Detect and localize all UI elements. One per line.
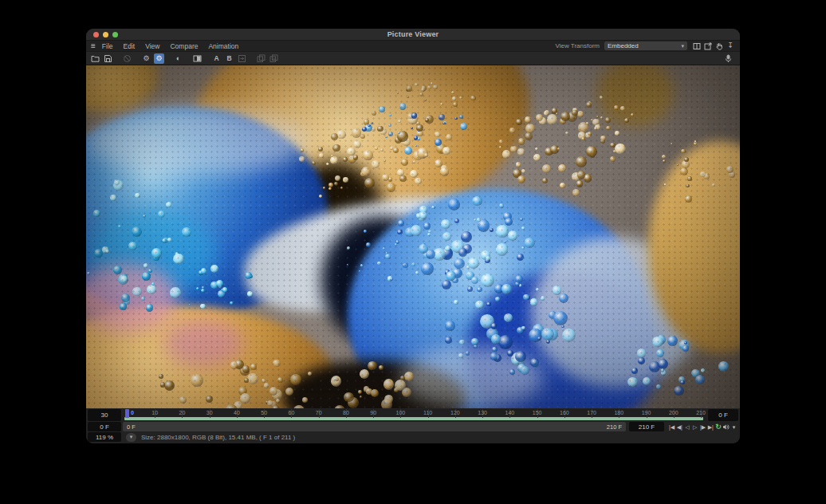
menu-item-edit[interactable]: Edit <box>124 42 136 50</box>
render-bubble <box>415 178 421 184</box>
go-to-end-button[interactable]: ▶| <box>707 424 714 430</box>
render-bubble <box>191 374 203 387</box>
view-transform-select[interactable]: Embedded ▾ <box>604 41 687 50</box>
render-bubble <box>547 114 557 124</box>
render-bubble <box>638 357 645 364</box>
render-bubble <box>442 280 451 289</box>
copy-image-icon[interactable] <box>256 53 266 64</box>
render-bubble <box>159 374 163 378</box>
render-bubble <box>695 375 705 384</box>
playhead[interactable] <box>125 409 129 418</box>
render-bubble <box>114 179 120 185</box>
pan-hand-icon[interactable] <box>714 41 724 50</box>
timeline-ruler[interactable]: 0 10203040506070809010011012013014015016… <box>123 409 706 421</box>
render-bubble <box>377 126 384 132</box>
frame-range-slider[interactable]: 0 F 210 F <box>123 422 626 431</box>
next-frame-button[interactable]: |▶ <box>699 424 706 430</box>
ab-compare-icon[interactable] <box>192 53 203 64</box>
render-bubble <box>536 288 539 291</box>
render-bubble <box>614 105 619 110</box>
microphone-icon[interactable] <box>723 53 734 64</box>
menu-item-view[interactable]: View <box>145 42 159 50</box>
chevron-down-icon: ▾ <box>681 43 684 49</box>
sound-button[interactable] <box>722 423 730 431</box>
render-bubble <box>426 250 435 259</box>
contrast-icon[interactable]: ◐ <box>173 53 183 64</box>
open-folder-icon[interactable] <box>90 53 100 64</box>
image-b-icon[interactable]: B <box>224 53 234 64</box>
render-bubble <box>686 184 690 188</box>
loop-mode-button[interactable]: ↻ <box>715 423 722 431</box>
menu-item-compare[interactable]: Compare <box>170 42 198 50</box>
render-bubble <box>586 146 597 157</box>
paste-image-icon[interactable] <box>269 53 279 64</box>
render-bubble <box>662 155 666 159</box>
render-bubble <box>302 397 308 403</box>
go-to-start-button[interactable]: |◀ <box>668 424 675 430</box>
save-image-icon[interactable] <box>103 53 113 64</box>
render-bubble <box>196 287 199 290</box>
render-bubble <box>210 265 218 273</box>
render-bubble <box>244 378 249 383</box>
render-bubble <box>656 384 661 389</box>
start-frame-field[interactable]: 0 F <box>88 422 121 431</box>
view-transform-label: View Transform <box>556 42 600 49</box>
image-a-icon[interactable]: A <box>211 53 222 64</box>
render-bubble <box>499 140 503 144</box>
render-bubble <box>105 250 108 253</box>
zoom-level-field[interactable]: 119 % <box>88 432 121 442</box>
render-bubble <box>379 365 384 370</box>
render-bubble <box>687 176 691 180</box>
play-forwards-button[interactable]: ▷ <box>691 424 698 430</box>
pin-down-icon[interactable]: ↧ <box>726 41 735 50</box>
render-bubble <box>535 148 538 151</box>
split-view-icon[interactable] <box>692 41 702 50</box>
toolbar: ⚙⚙◐AB <box>86 52 740 65</box>
render-bubble <box>132 287 141 296</box>
render-bubble <box>553 285 562 295</box>
render-bubble <box>718 361 729 372</box>
current-frame-field[interactable]: 0 F <box>708 409 738 421</box>
render-bubble <box>353 140 361 148</box>
render-bubble <box>701 368 705 372</box>
display-settings-gear-icon[interactable]: ⚙ <box>154 53 164 64</box>
zoom-dropdown-button[interactable]: ▾ <box>126 433 136 442</box>
previous-frame-button[interactable]: ◀| <box>676 424 683 430</box>
render-bubble <box>128 242 137 250</box>
render-bubble <box>94 249 103 258</box>
render-bubble <box>299 156 305 162</box>
render-bubble <box>407 85 412 91</box>
viewer-image-canvas[interactable] <box>86 65 740 408</box>
render-bubble <box>273 360 281 368</box>
preview-range-bar[interactable] <box>124 417 703 420</box>
stop-render-icon[interactable] <box>122 53 132 64</box>
render-bubble <box>594 127 597 130</box>
play-backwards-button[interactable]: ◁ <box>684 424 691 430</box>
menu-item-file[interactable]: File <box>102 42 113 50</box>
render-bubble <box>521 169 525 173</box>
playback-options-button[interactable]: ▾ <box>730 424 738 430</box>
render-bubble <box>413 160 415 163</box>
render-bubble <box>459 96 462 100</box>
end-frame-field[interactable]: 210 F <box>629 422 664 431</box>
render-bubble <box>375 147 378 150</box>
render-bubble <box>491 334 501 344</box>
render-bubble <box>87 272 89 274</box>
render-bubble <box>491 323 497 329</box>
ruler-tick-label: 100 <box>396 410 406 415</box>
fps-field[interactable]: 30 <box>88 409 121 421</box>
render-bubble <box>572 189 580 196</box>
render-bubble <box>541 296 545 300</box>
render-bubble <box>694 142 698 146</box>
hamburger-menu-icon[interactable]: ≡ <box>91 42 96 50</box>
render-bubble <box>146 304 154 312</box>
settings-gear-icon[interactable]: ⚙ <box>141 53 151 64</box>
render-bubble <box>390 146 394 150</box>
render-bubble <box>414 136 418 140</box>
picture-viewer-window: Picture Viewer ≡ FileEditViewCompareAnim… <box>86 29 740 443</box>
render-bubble <box>577 171 586 179</box>
swap-ab-icon[interactable] <box>237 53 247 64</box>
pop-out-icon[interactable] <box>703 41 713 50</box>
menu-item-animation[interactable]: Animation <box>208 42 238 50</box>
render-bubble <box>474 219 476 221</box>
